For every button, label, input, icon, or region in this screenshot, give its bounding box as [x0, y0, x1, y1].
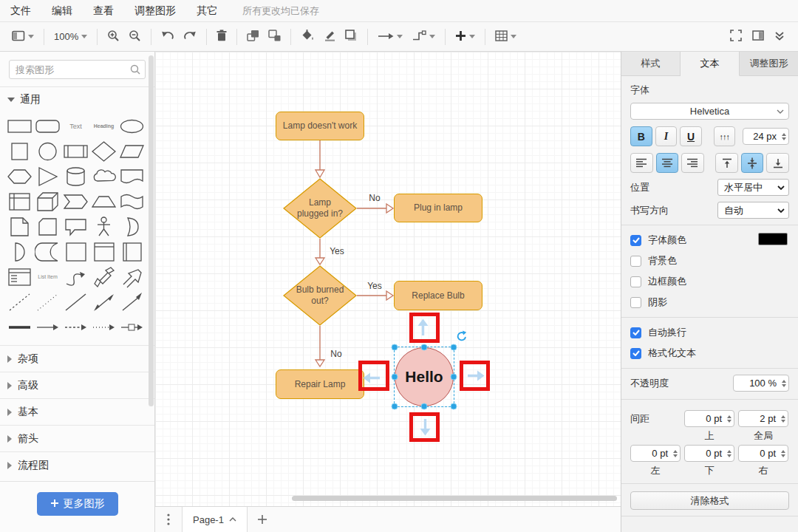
menu-item-3[interactable]: 调整图形 [134, 4, 176, 16]
shape-circle[interactable] [34, 139, 61, 163]
shape-internal-storage[interactable] [6, 189, 33, 214]
flow-node-plug[interactable]: Plug in lamp [394, 194, 482, 222]
undo-button[interactable] [157, 27, 179, 46]
redo-button[interactable] [179, 27, 201, 46]
font-family-select[interactable]: Helvetica [630, 103, 789, 120]
add-page-button[interactable] [248, 507, 277, 532]
font-color-swatch[interactable] [758, 233, 788, 245]
menu-item-2[interactable]: 查看 [93, 4, 114, 16]
flow-node-plugged[interactable]: Lamp plugged in? [283, 178, 357, 239]
shape-step[interactable] [62, 189, 89, 214]
shape-curve[interactable] [62, 265, 89, 289]
insert-button[interactable] [451, 27, 480, 47]
zoom-level-button[interactable]: 100% [50, 28, 92, 45]
background-color-checkbox[interactable] [630, 256, 641, 267]
shape-arrow[interactable] [118, 265, 146, 289]
collapse-toolbar-icon[interactable] [774, 31, 785, 43]
shadow-button[interactable] [341, 27, 362, 47]
to-back-button[interactable] [264, 27, 285, 47]
waypoint-button[interactable] [407, 27, 440, 46]
search-input[interactable] [9, 60, 146, 79]
shape-titled-container[interactable] [90, 239, 117, 264]
flow-node-start[interactable]: Lamp doesn't work [276, 112, 364, 140]
palette-section-4[interactable]: 流程图 [0, 451, 154, 478]
shape-rounded-rectangle[interactable] [34, 114, 61, 138]
border-color-checkbox[interactable] [630, 276, 641, 287]
menu-item-4[interactable]: 其它 [197, 4, 217, 16]
spacing-left-input[interactable]: 0 pt [630, 445, 681, 462]
shape-text[interactable]: Text [62, 114, 89, 138]
more-shapes-button[interactable]: 更多图形 [37, 492, 118, 516]
align-right-button[interactable] [681, 153, 704, 173]
selection-handle-1[interactable] [421, 344, 428, 351]
shape-textbox[interactable]: Heading [90, 114, 117, 138]
shape-cylinder[interactable] [62, 164, 89, 188]
menu-item-0[interactable]: 文件 [10, 4, 31, 16]
selection-handle-3[interactable] [392, 374, 398, 381]
flow-node-repair[interactable]: Repair Lamp [276, 369, 364, 399]
spacing-global-input[interactable]: 2 pt [738, 410, 788, 427]
zoom-in-button[interactable] [103, 27, 124, 47]
position-select[interactable]: 水平居中 [717, 179, 789, 196]
shape-dotted-arrow[interactable] [90, 315, 117, 339]
selection-handle-7[interactable] [451, 403, 457, 410]
vertical-text-button[interactable]: ↑↑↑ [714, 126, 736, 146]
shape-ellipse[interactable] [118, 114, 146, 138]
to-front-button[interactable] [242, 27, 264, 47]
shape-link[interactable] [6, 315, 33, 339]
shape-dashed-arrow[interactable] [62, 315, 89, 339]
shadow-checkbox[interactable] [630, 297, 641, 308]
tab-arrange[interactable]: 调整图形 [740, 52, 798, 75]
palette-section-2[interactable]: 基本 [0, 398, 154, 425]
selection-handle-0[interactable] [392, 344, 398, 351]
shape-document[interactable] [118, 164, 146, 188]
shape-callout[interactable] [62, 214, 89, 239]
menu-item-1[interactable]: 编辑 [52, 4, 72, 16]
fill-color-button[interactable] [296, 27, 318, 47]
italic-button[interactable]: I [655, 126, 678, 146]
spacing-bottom-input[interactable]: 0 pt [684, 445, 734, 462]
underline-button[interactable]: U [680, 126, 702, 146]
shape-line[interactable] [62, 290, 89, 314]
shape-container[interactable] [62, 239, 89, 264]
tab-style[interactable]: 样式 [621, 52, 681, 75]
flow-node-replace[interactable]: Replace Bulb [394, 281, 482, 310]
page-view-button[interactable] [7, 27, 38, 47]
tab-text[interactable]: 文本 [681, 52, 740, 76]
valign-middle-button[interactable] [741, 153, 764, 173]
palette-section-3[interactable]: 箭头 [0, 425, 154, 451]
table-button[interactable] [491, 27, 521, 47]
shape-list-item[interactable]: List Item [34, 265, 61, 289]
shape-and[interactable] [6, 239, 33, 264]
selection-handle-5[interactable] [392, 403, 398, 410]
fullscreen-icon[interactable] [730, 30, 742, 44]
shape-square[interactable] [6, 139, 33, 163]
shape-triangle[interactable] [34, 164, 61, 188]
pages-menu-icon[interactable] [155, 507, 182, 532]
clear-format-button[interactable]: 清除格式 [630, 491, 789, 510]
shape-labeled-edge[interactable] [118, 315, 146, 339]
selection-handle-4[interactable] [451, 374, 457, 381]
shape-actor[interactable] [90, 214, 117, 239]
delete-button[interactable] [212, 27, 231, 47]
opacity-input[interactable]: 100 % [733, 375, 789, 392]
shape-arrow-edge[interactable] [34, 315, 61, 339]
align-left-button[interactable] [630, 153, 653, 173]
selection-handle-6[interactable] [421, 403, 428, 410]
palette-section-0[interactable]: 杂项 [0, 345, 154, 372]
section-general[interactable]: 通用 [0, 87, 154, 112]
connection-button[interactable] [373, 28, 407, 45]
shape-dashed-line[interactable] [6, 290, 33, 314]
zoom-out-button[interactable] [124, 27, 146, 47]
valign-bottom-button[interactable] [766, 153, 789, 173]
font-size-input[interactable]: 24 px [743, 128, 789, 145]
sidebar-scrollbar[interactable] [149, 55, 154, 406]
shape-process[interactable] [62, 139, 89, 163]
rotate-handle-icon[interactable] [456, 330, 468, 344]
selection-handle-2[interactable] [451, 344, 457, 351]
spacing-right-input[interactable]: 0 pt [738, 445, 788, 462]
line-color-button[interactable] [318, 27, 341, 47]
shape-trapezoid[interactable] [90, 189, 117, 214]
spacing-top-input[interactable]: 0 pt [684, 410, 734, 427]
shape-cube[interactable] [34, 189, 61, 214]
